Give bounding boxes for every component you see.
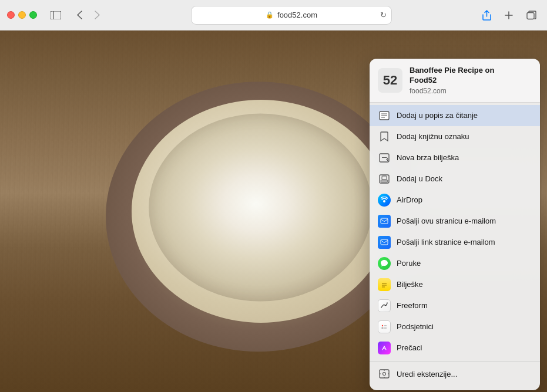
nav-controls	[71, 7, 105, 23]
extensions-icon	[378, 367, 391, 380]
quick-note-label: Nova brza bilješka	[397, 153, 459, 162]
site-title: Banoffee Pie Recipe onFood52	[410, 66, 532, 86]
mail-page-icon	[378, 215, 391, 228]
menu-item-airdrop[interactable]: AirDrop	[370, 190, 540, 211]
sidebar-toggle-button[interactable]	[48, 9, 64, 21]
minimize-button[interactable]	[18, 11, 26, 19]
menu-items: Dodaj u popis za čitanje Dodaj knjižnu o…	[370, 103, 540, 387]
new-tab-button[interactable]	[500, 7, 518, 23]
svg-rect-11	[381, 180, 388, 182]
svg-rect-12	[382, 176, 387, 180]
tabs-button[interactable]	[522, 7, 540, 23]
notes-label: Bilješke	[397, 280, 423, 289]
freeform-icon	[378, 299, 391, 312]
reload-button[interactable]: ↻	[380, 11, 387, 19]
site-info: Banoffee Pie Recipe onFood52 food52.com	[410, 66, 532, 95]
menu-item-mail-link[interactable]: Pošalji link stranice e-mailom	[370, 232, 540, 253]
airdrop-label: AirDrop	[397, 195, 422, 204]
reading-list-label: Dodaj u popis za čitanje	[397, 111, 478, 120]
menu-item-mail-page[interactable]: Pošalji ovu stranicu e-mailom	[370, 211, 540, 232]
svg-rect-0	[51, 11, 61, 19]
extensions-label: Uredi ekstenzije...	[397, 370, 457, 379]
menu-item-quick-note[interactable]: Nova brza bilješka	[370, 147, 540, 168]
menu-item-dock[interactable]: Dodaj u Dock	[370, 168, 540, 190]
mail-page-label: Pošalji ovu stranicu e-mailom	[397, 217, 496, 225]
quick-note-icon	[378, 151, 391, 164]
svg-rect-24	[380, 370, 389, 378]
share-button[interactable]	[478, 7, 495, 23]
lock-icon: 🔒	[266, 11, 274, 19]
reading-list-icon	[378, 109, 391, 122]
menu-item-freeform[interactable]: Freeform	[370, 295, 540, 316]
close-button[interactable]	[7, 11, 15, 19]
dock-icon	[378, 173, 391, 185]
forward-button[interactable]	[89, 7, 105, 23]
menu-item-extensions[interactable]: Uredi ekstenzije...	[370, 363, 540, 384]
svg-rect-14	[381, 218, 388, 224]
site-icon: 52	[378, 68, 402, 93]
menu-item-bookmark[interactable]: Dodaj knjižnu oznaku	[370, 126, 540, 147]
browser-toolbar: 🔒 food52.com ↻	[0, 0, 547, 31]
pie-spiral	[149, 114, 372, 302]
mail-link-label: Pošalji link stranice e-mailom	[397, 238, 495, 246]
bookmark-icon	[378, 130, 391, 143]
menu-item-shortcuts[interactable]: Prečaci	[370, 337, 540, 359]
bookmark-label: Dodaj knjižnu oznaku	[397, 132, 469, 141]
airdrop-icon	[378, 194, 391, 207]
svg-rect-15	[381, 239, 388, 245]
address-bar-container: 🔒 food52.com ↻	[110, 6, 473, 24]
address-bar[interactable]: 🔒 food52.com ↻	[192, 6, 391, 24]
page-content: 52 Banoffee Pie Recipe onFood52 food52.c…	[0, 31, 547, 392]
menu-header: 52 Banoffee Pie Recipe onFood52 food52.c…	[370, 59, 540, 103]
menu-divider	[370, 361, 540, 361]
site-url: food52.com	[410, 87, 532, 95]
traffic-lights	[7, 11, 37, 19]
messages-label: Poruke	[397, 259, 421, 268]
svg-point-13	[383, 200, 385, 202]
reminders-icon	[378, 320, 391, 333]
svg-point-25	[383, 373, 386, 376]
svg-rect-4	[527, 12, 534, 19]
fullscreen-button[interactable]	[29, 11, 37, 19]
svg-point-19	[382, 325, 383, 326]
url-display[interactable]: food52.com	[277, 11, 317, 19]
toolbar-right	[478, 7, 540, 23]
shortcuts-icon	[378, 342, 391, 354]
dock-label: Dodaj u Dock	[397, 174, 442, 183]
mail-link-icon	[378, 236, 391, 249]
svg-point-21	[382, 327, 383, 329]
menu-item-reading-list[interactable]: Dodaj u popis za čitanje	[370, 105, 540, 126]
share-menu: 52 Banoffee Pie Recipe onFood52 food52.c…	[370, 59, 540, 390]
menu-item-notes[interactable]: Bilješke	[370, 274, 540, 295]
menu-item-messages[interactable]: Poruke	[370, 253, 540, 274]
shortcuts-label: Prečaci	[397, 343, 422, 352]
messages-icon	[378, 257, 391, 270]
freeform-label: Freeform	[397, 301, 428, 310]
notes-icon	[378, 278, 391, 291]
back-button[interactable]	[71, 7, 88, 23]
reminders-label: Podsjetnici	[397, 322, 434, 331]
menu-item-reminders[interactable]: Podsjetnici	[370, 316, 540, 337]
